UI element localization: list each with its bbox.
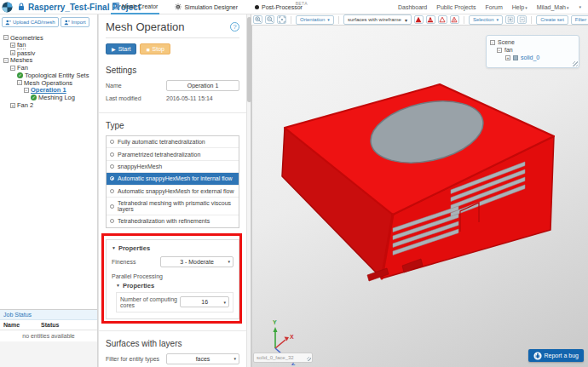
toolbar-separator: [338, 16, 339, 24]
toolbar-separator: [291, 16, 291, 24]
tet-outline-icon[interactable]: [438, 15, 447, 24]
radio-icon: [110, 152, 114, 157]
name-label: Name: [106, 83, 122, 89]
operation-buttons: ▶Start ◼Stop: [106, 43, 239, 54]
filter-dropdown[interactable]: Filter▾: [571, 15, 588, 25]
report-bug-button[interactable]: Report a bug: [528, 349, 584, 362]
expand-icon[interactable]: +: [10, 50, 15, 55]
stop-icon: ◼: [146, 47, 149, 52]
cores-box: Number of computing cores 16▾: [116, 292, 233, 313]
nav-dashboard[interactable]: Dashboard: [398, 4, 427, 10]
user-menu[interactable]: Milad_Mah▾: [537, 4, 569, 10]
settings-heading: Settings: [106, 66, 239, 75]
import-button[interactable]: Import: [61, 17, 89, 27]
resize-handle[interactable]: [573, 61, 578, 66]
properties-heading[interactable]: ▼Properties: [112, 244, 233, 252]
cores-select[interactable]: 16▾: [180, 296, 229, 307]
nav-forum[interactable]: Forum: [486, 4, 503, 10]
tree-item-topological-entity-sets[interactable]: ✓Topological Entity Sets: [3, 72, 97, 79]
tree-item-mesh-operations[interactable]: −Mesh Operations: [3, 79, 97, 87]
expand-icon[interactable]: +: [505, 55, 510, 60]
triangle-down-icon: ▼: [112, 245, 116, 250]
tet-solid-icon[interactable]: [414, 15, 424, 24]
collapse-icon[interactable]: −: [490, 40, 495, 45]
mesh-type-list: Fully automatic tetrahedralization Param…: [106, 135, 239, 228]
tree-item-fan-mesh[interactable]: −Fan: [3, 64, 97, 72]
app-logo-icon[interactable]: [2, 2, 13, 13]
tet-points-icon[interactable]: [450, 15, 459, 24]
tree-item-fan-2[interactable]: +Fan 2: [3, 101, 97, 109]
tree-item-passiv[interactable]: +passiv: [3, 49, 97, 57]
tree-item-fan-geometry[interactable]: +fan: [3, 42, 97, 49]
chevron-down-icon: ▾: [567, 5, 569, 10]
tab-simulation-designer[interactable]: Simulation Designer: [173, 0, 239, 14]
beta-badge: BETA: [296, 1, 308, 6]
radio-icon: [110, 140, 114, 144]
render-canvas[interactable]: −Scene −fan +solid_0 Y X Z: [251, 26, 588, 367]
create-set-button[interactable]: Create set: [536, 15, 568, 25]
resize-handle: [307, 357, 311, 361]
tab-mesh-creator[interactable]: Mesh Creator: [111, 0, 159, 14]
zoom-out-icon[interactable]: [265, 15, 274, 24]
more-menu-caret-icon[interactable]: ▾: [579, 4, 581, 9]
scene-solid-0[interactable]: +solid_0: [490, 54, 575, 61]
axis-y-label: Y: [273, 319, 277, 325]
help-button[interactable]: ?: [230, 22, 239, 32]
scene-root[interactable]: −Scene: [490, 38, 575, 46]
type-option-2[interactable]: snappyHexMesh: [107, 161, 239, 173]
tree-item-operation-1[interactable]: −Operation 1: [3, 87, 97, 95]
collapse-icon[interactable]: −: [24, 88, 29, 93]
collapse-icon[interactable]: −: [10, 66, 15, 71]
job-status-empty-text: no entities available: [0, 330, 97, 341]
type-option-0[interactable]: Fully automatic tetrahedralization: [107, 136, 239, 148]
nav-help[interactable]: Help▾: [512, 4, 527, 10]
last-modified-label: Last modified: [106, 95, 141, 101]
tree-item-meshes[interactable]: −Meshes: [3, 56, 97, 64]
type-option-4[interactable]: Automatic snappyHexMesh for external flo…: [107, 186, 239, 198]
zoom-in-icon[interactable]: [253, 15, 262, 24]
stop-button[interactable]: ◼Stop: [140, 43, 170, 54]
name-input[interactable]: [166, 80, 239, 91]
expand-icon[interactable]: +: [10, 43, 15, 48]
scene-fan[interactable]: −fan: [490, 46, 575, 54]
tet-clip-icon[interactable]: [426, 15, 435, 24]
entity-type-select[interactable]: faces▾: [166, 353, 239, 364]
tab-post-processor[interactable]: Post-Processor BETA: [253, 0, 304, 14]
scene-tree-overlay: −Scene −fan +solid_0: [486, 35, 579, 68]
filter-label: Filter for entity types: [106, 356, 159, 362]
fineness-label: Fineness: [112, 259, 135, 265]
type-option-1[interactable]: Parametrized tetrahedralization: [107, 148, 239, 160]
fineness-select[interactable]: 3 - Moderate▾: [160, 256, 233, 267]
header-nav: Dashboard Public Projects Forum Help▾ Mi…: [398, 4, 588, 10]
project-tree: −Geometries +fan +passiv −Meshes −Fan ✓T…: [0, 31, 97, 109]
radio-icon: [110, 204, 114, 209]
nested-properties-heading[interactable]: ▼Properties: [116, 282, 233, 290]
chevron-down-icon: ▾: [525, 5, 527, 10]
clear-selection-icon[interactable]: [517, 15, 527, 24]
hover-entity-tooltip: solid_0_face_32: [253, 353, 313, 363]
app-window: Rasperry_Test-Final Project Mesh Creator…: [0, 0, 588, 367]
expand-icon[interactable]: +: [10, 103, 15, 108]
selection-dropdown[interactable]: Selection▾: [469, 15, 503, 25]
type-option-3-selected[interactable]: Automatic snappyHexMesh for internal flo…: [107, 173, 239, 185]
collapse-icon[interactable]: −: [3, 35, 9, 40]
start-button[interactable]: ▶Start: [106, 43, 136, 54]
collapse-icon[interactable]: −: [497, 48, 502, 53]
upload-cad-button[interactable]: Upload CAD/mesh: [2, 17, 59, 27]
collapse-icon[interactable]: −: [17, 80, 22, 85]
tree-item-meshing-log[interactable]: ✓Meshing Log: [3, 94, 97, 101]
fit-view-icon[interactable]: [277, 15, 286, 24]
job-status-title: Job Status: [0, 310, 97, 320]
post-processor-icon: [255, 5, 259, 9]
job-status-panel: Job Status Name Status no entities avail…: [0, 309, 97, 367]
job-col-status: Status: [41, 322, 59, 328]
add-selection-icon[interactable]: [505, 15, 515, 24]
collapse-icon[interactable]: −: [3, 58, 9, 63]
type-option-6[interactable]: Tetrahedralization with refinements: [107, 215, 239, 227]
nav-public-projects[interactable]: Public Projects: [436, 4, 476, 10]
radio-checked-icon: [110, 176, 114, 181]
type-option-5[interactable]: Tetrahedral meshing with prismatic visco…: [107, 198, 239, 215]
render-mode-select[interactable]: surfaces with wireframe▾: [343, 14, 412, 25]
orientation-dropdown[interactable]: Orientation▾: [296, 15, 334, 25]
chevron-down-icon: ▾: [223, 300, 226, 305]
